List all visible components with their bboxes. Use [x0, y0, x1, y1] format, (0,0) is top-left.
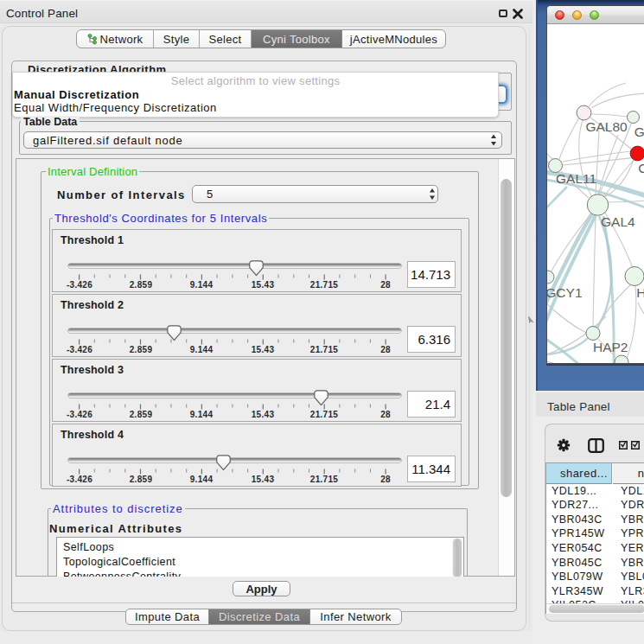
svg-text:CD: CD [638, 161, 644, 175]
svg-text:GAL11: GAL11 [556, 171, 596, 186]
svg-text:HAP2: HAP2 [593, 340, 628, 354]
svg-text:HA: HA [636, 285, 644, 300]
svg-text:GA: GA [634, 124, 644, 139]
svg-text:GCY1: GCY1 [547, 285, 583, 300]
svg-text:GAL4: GAL4 [601, 214, 635, 229]
svg-text:GAL80: GAL80 [585, 119, 628, 134]
